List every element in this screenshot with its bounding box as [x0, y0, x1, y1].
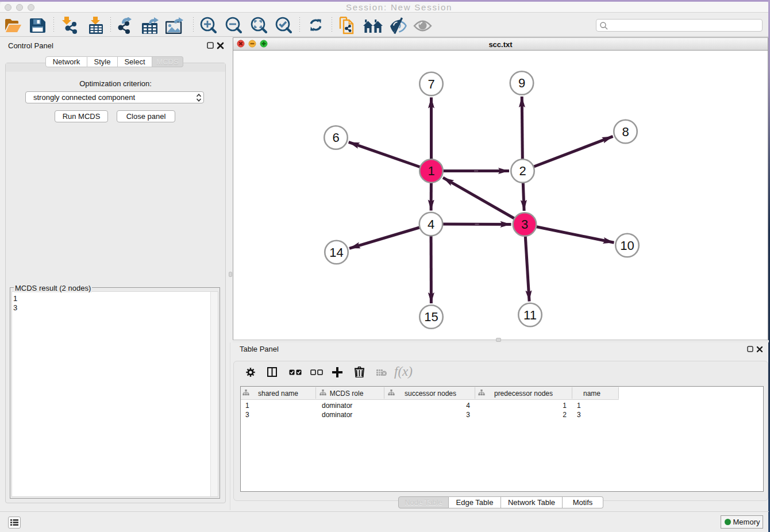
svg-text:3: 3 [521, 217, 528, 232]
svg-text:7: 7 [428, 77, 434, 91]
svg-text:9: 9 [518, 76, 525, 90]
svg-text:8: 8 [622, 125, 629, 139]
svg-text:10: 10 [620, 238, 634, 253]
svg-text:1: 1 [428, 164, 434, 178]
svg-text:11: 11 [523, 308, 537, 322]
svg-text:4: 4 [428, 217, 434, 232]
svg-text:2: 2 [519, 164, 526, 178]
svg-text:14: 14 [329, 245, 343, 260]
svg-text:6: 6 [332, 130, 339, 145]
svg-text:15: 15 [424, 310, 438, 324]
